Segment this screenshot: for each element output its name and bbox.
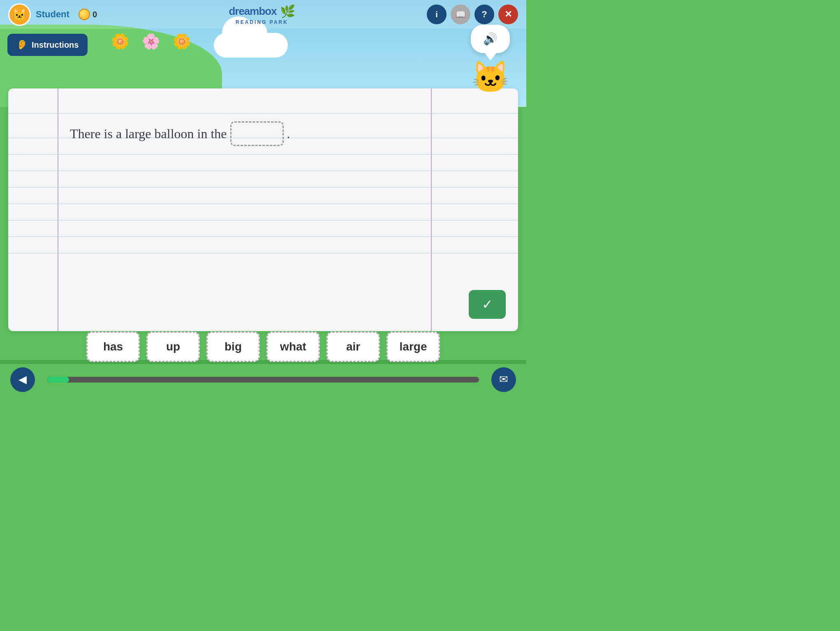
word-card-large[interactable]: large [386,332,440,362]
info-button[interactable]: i [427,5,447,24]
instructions-label: Instructions [32,40,79,50]
paper-area: There is a large balloon in the . ✓ [8,88,518,331]
word-card-big[interactable]: big [206,332,260,362]
header-bar: 🐱 Student 0 dreambox 🌿 READING PARK i 📖 … [0,0,526,29]
close-icon: ✕ [504,9,512,20]
word-card-up-label: up [166,340,180,353]
flower-2: 🌸 [142,33,160,50]
back-button[interactable]: ◀ [10,367,35,392]
word-card-air-label: air [346,340,360,353]
paper-line-8 [8,237,518,237]
word-cards-area: has up big what air large [8,332,518,362]
paper-line-4 [8,171,518,171]
bottom-nav: ◀ ✉ [0,364,526,395]
info-icon: i [435,10,438,19]
coin-count: 0 [93,10,97,19]
avatar: 🐱 [8,3,31,26]
word-card-up[interactable]: up [146,332,200,362]
sentence-area: There is a large balloon in the . [70,121,415,146]
header-center: dreambox 🌿 READING PARK [229,4,295,25]
paper-vline-right [431,88,432,331]
flower-icon-3: 🌼 [173,33,191,50]
paper-line-7 [8,220,518,220]
sentence-period: . [287,126,290,142]
student-name: Student [36,9,69,20]
sentence-text: There is a large balloon in the [70,126,227,142]
flower-icon-1: 🌼 [111,33,130,50]
book-icon: 📖 [456,9,466,19]
word-card-what-label: what [280,340,306,353]
close-button[interactable]: ✕ [498,5,518,24]
flowers-decoration: 🌼 🌸 🌼 [111,33,191,50]
check-icon: ✓ [482,297,493,312]
flower-icon-2: 🌸 [142,33,160,50]
book-button[interactable]: 📖 [451,5,470,24]
answer-blank[interactable] [230,121,284,146]
paper-line-6 [8,204,518,204]
paper-line-1 [8,113,518,114]
coins-area: 0 [79,9,97,20]
word-card-has[interactable]: has [86,332,140,362]
brand-name: dreambox [229,5,276,18]
word-card-has-label: has [103,340,123,353]
paper-vline-left [58,88,58,331]
cloud-decoration [214,33,288,58]
question-icon: ? [481,9,487,20]
ear-icon: 👂 [16,39,28,50]
check-button[interactable]: ✓ [469,290,506,319]
leaf-icon: 🌿 [280,4,295,19]
header-right: i 📖 ? ✕ [427,5,518,24]
mail-icon: ✉ [499,373,508,386]
paper-line-3 [8,154,518,155]
character-sprite: 🐱 [471,59,510,95]
word-card-what[interactable]: what [266,332,320,362]
progress-bar-fill [47,377,69,383]
speaker-icon: 🔊 [483,32,498,45]
instructions-button[interactable]: 👂 Instructions [7,34,88,56]
word-card-air[interactable]: air [326,332,380,362]
paper-line-9 [8,253,518,253]
brand-logo: dreambox 🌿 [229,4,295,19]
character-area: 🔊 🐱 [471,25,510,95]
progress-bar-container [47,377,479,383]
flower-1: 🌼 [111,33,130,50]
word-card-big-label: big [224,340,242,353]
back-icon: ◀ [19,373,27,386]
mail-button[interactable]: ✉ [491,367,516,392]
flower-3: 🌼 [173,33,191,50]
speech-bubble[interactable]: 🔊 [471,25,510,53]
coin-icon [79,9,90,20]
header-left: 🐱 Student 0 [8,3,97,26]
word-card-large-label: large [400,340,427,353]
paper-line-5 [8,187,518,188]
help-button[interactable]: ? [474,5,494,24]
brand-subtitle: READING PARK [236,19,288,25]
